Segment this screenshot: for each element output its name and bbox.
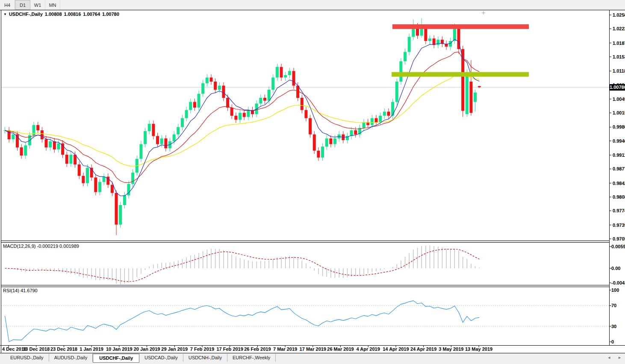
candle <box>173 135 176 141</box>
candle <box>301 98 304 110</box>
candles-layer <box>3 18 481 235</box>
candle <box>271 77 274 90</box>
date-axis-label: 4 Apr 2019 <box>357 346 380 352</box>
rsi-value: 41.6790 <box>21 288 38 293</box>
date-axis-label: 17 Mar 2019 <box>300 346 326 352</box>
rsi-indicator-label: RSI(14) 41.6790 <box>3 288 38 293</box>
candle <box>466 72 469 114</box>
rsi-line <box>5 301 480 342</box>
macd-histogram-layer <box>5 246 480 285</box>
tab-audusd-daily[interactable]: AUDUSD-,Daily <box>49 354 93 362</box>
candle <box>247 110 250 117</box>
date-axis-label: 13 May 2019 <box>465 346 492 352</box>
candle <box>325 138 328 147</box>
macd-signal-value: 0.001989 <box>59 244 79 249</box>
rsi-axis-label: 70 <box>611 303 616 308</box>
candle <box>375 118 378 123</box>
price-axis-label: 1.01180 <box>613 68 625 73</box>
rsi-axis-label: 0 <box>611 339 614 344</box>
tab-usdchf-daily[interactable]: USDCHF-,Daily <box>93 354 139 363</box>
price-axis-label: 0.98080 <box>613 194 625 200</box>
candle <box>210 77 213 82</box>
candle <box>61 144 64 155</box>
candle <box>119 205 122 225</box>
date-axis-label: 26 Mar 2019 <box>327 346 354 352</box>
candle <box>263 98 266 101</box>
candle <box>239 113 242 120</box>
timeframe-button-w1[interactable]: W1 <box>30 0 45 10</box>
macd-indicator-label: MACD(12,26,9) -0.000219 0.001989 <box>3 244 79 249</box>
macd-signal-layer <box>5 249 480 282</box>
candle <box>404 52 407 62</box>
candle <box>82 176 85 183</box>
candle <box>49 141 52 147</box>
candle <box>214 82 217 90</box>
support-level-band[interactable] <box>392 72 529 77</box>
candle <box>185 110 188 118</box>
chart-tab-bar: EURUSD-,DailyAUDUSD-,DailyUSDCHF-,DailyU… <box>0 353 625 364</box>
ma-line-fast <box>5 39 480 196</box>
candle <box>234 116 237 120</box>
candle <box>41 130 44 139</box>
candle <box>218 85 221 90</box>
chart-low-value: 1.00764 <box>83 12 100 17</box>
timeframe-toolbar: H4D1W1MN <box>0 0 625 10</box>
candle <box>379 116 382 122</box>
candle <box>383 112 386 116</box>
candle <box>206 77 209 83</box>
tab-scroll-left-icon[interactable]: ◄ <box>607 356 611 360</box>
chart-close-value: 1.00780 <box>102 12 119 17</box>
candle <box>86 168 89 183</box>
date-axis-label: 26 Feb 2019 <box>244 346 271 352</box>
macd-axis-label: 0.00 <box>611 266 620 271</box>
chart-shift-marker <box>482 11 485 15</box>
rsi-name: RSI(14) <box>3 288 19 293</box>
candle <box>53 141 56 150</box>
tab-eurusd-daily[interactable]: EURUSD-,Daily <box>5 354 49 362</box>
candle <box>94 177 97 192</box>
chart-menu-icon[interactable]: ▼ <box>3 12 7 16</box>
price-axis-label: 0.97050 <box>613 236 625 241</box>
macd-axis-label: 0.00597 <box>611 244 625 249</box>
candle <box>152 124 155 136</box>
price-axis-label: 1.01870 <box>613 41 625 46</box>
candle <box>280 67 283 78</box>
price-axis-label: 1.00490 <box>613 97 625 102</box>
timeframe-button-d1[interactable]: D1 <box>15 0 30 10</box>
candle <box>139 144 142 159</box>
timeframe-button-mn[interactable]: MN <box>45 0 60 10</box>
timeframe-button-h4[interactable]: H4 <box>0 0 15 10</box>
candle <box>276 67 279 78</box>
candle <box>395 82 398 102</box>
moving-averages-layer <box>5 39 480 196</box>
date-axis-label: 1 Jan 2019 <box>80 346 103 352</box>
tab-usdcnh-daily[interactable]: USDCNH-,Daily <box>183 354 227 362</box>
resistance-level-band[interactable] <box>392 24 529 29</box>
candle <box>12 135 15 139</box>
candle <box>333 138 336 144</box>
macd-name: MACD(12,26,9) <box>3 244 35 249</box>
candle <box>156 136 159 144</box>
chart-open-value: 1.00808 <box>45 12 62 17</box>
price-axis-label: 0.99110 <box>613 153 625 158</box>
chart-graphics[interactable]: 1.025601.022201.018701.015301.011801.008… <box>0 0 625 364</box>
candle <box>111 185 114 193</box>
candle <box>436 40 439 45</box>
date-axis-label: 13 Dec 2018 <box>23 346 50 352</box>
date-axis-label: 7 Feb 2019 <box>190 346 214 352</box>
candle <box>387 112 390 116</box>
candle <box>371 118 374 125</box>
candle <box>115 193 118 225</box>
tab-usdcad-daily[interactable]: USDCAD-,Daily <box>139 354 183 362</box>
candle <box>36 125 39 130</box>
date-axis-label: 23 Dec 2018 <box>50 346 77 352</box>
candle <box>268 90 271 101</box>
candle <box>57 144 60 150</box>
tab-scroll-right-icon[interactable]: ► <box>618 356 622 360</box>
price-axis-label: 0.98770 <box>613 166 625 171</box>
macd-signal-line <box>5 249 480 282</box>
tab-eurchf-weekly[interactable]: EURCHF-,Weekly <box>227 354 276 362</box>
candle <box>193 102 196 108</box>
candle <box>98 182 101 192</box>
candle <box>329 138 332 144</box>
